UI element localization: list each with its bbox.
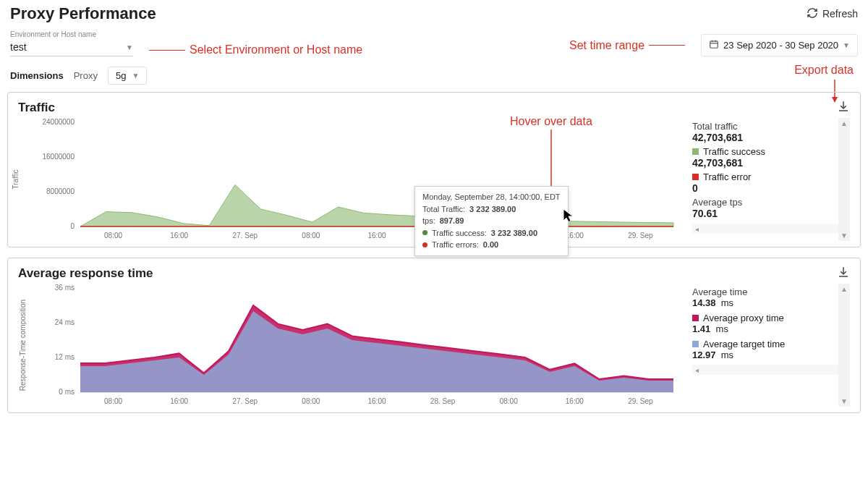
y-axis-title: Response-Time composition xyxy=(19,300,27,391)
svg-text:8000000: 8000000 xyxy=(46,187,75,195)
refresh-label: Refresh xyxy=(822,8,858,20)
vertical-scrollbar[interactable]: ▲▼ xyxy=(838,118,850,241)
caret-down-icon: ▼ xyxy=(132,72,139,80)
download-button[interactable] xyxy=(837,100,850,115)
svg-text:08:00: 08:00 xyxy=(302,397,320,405)
svg-text:16:00: 16:00 xyxy=(367,232,386,240)
download-icon xyxy=(837,100,850,113)
response-chart[interactable]: Response-Time composition 0 ms12 ms24 ms… xyxy=(18,284,684,407)
horizontal-scrollbar[interactable]: ◂▸ xyxy=(692,365,850,375)
traffic-panel: Traffic Traffic 080000001600000024000000… xyxy=(7,92,861,247)
svg-text:27. Sep: 27. Sep xyxy=(233,232,258,240)
svg-text:16:00: 16:00 xyxy=(170,232,188,240)
svg-text:16000000: 16000000 xyxy=(43,153,75,161)
annotation-export: Export data xyxy=(794,64,854,77)
traffic-side-panel: ▲▼ Total traffic 42,703,681 Traffic succ… xyxy=(691,118,850,241)
download-icon xyxy=(837,266,850,279)
page-title: Proxy Performance xyxy=(10,4,156,23)
env-select[interactable]: test ▼ xyxy=(10,40,133,56)
svg-text:08:00: 08:00 xyxy=(302,232,320,240)
svg-text:16:00: 16:00 xyxy=(566,232,584,240)
svg-text:24000000: 24000000 xyxy=(43,118,75,126)
svg-text:29. Sep: 29. Sep xyxy=(628,232,653,240)
y-axis-title: Traffic xyxy=(12,169,20,189)
annotation-env: Select Environment or Host name xyxy=(149,43,362,56)
svg-text:16:00: 16:00 xyxy=(367,397,386,405)
svg-text:08:00: 08:00 xyxy=(104,232,122,240)
svg-text:0 ms: 0 ms xyxy=(59,388,75,396)
refresh-button[interactable]: Refresh xyxy=(807,7,858,21)
svg-text:27. Sep: 27. Sep xyxy=(233,397,258,405)
date-range-picker[interactable]: 23 Sep 2020 - 30 Sep 2020 ▼ xyxy=(701,34,858,56)
svg-text:28. Sep: 28. Sep xyxy=(430,397,456,405)
response-side-panel: ▲▼ Average time 14.38 ms Average proxy t… xyxy=(691,284,850,407)
horizontal-scrollbar[interactable]: ◂▸ xyxy=(692,224,850,234)
response-panel-title: Average response time xyxy=(18,266,153,281)
proxy-select-value: 5g xyxy=(116,70,126,81)
calendar-icon xyxy=(709,39,719,51)
dimensions-label: Dimensions xyxy=(10,70,64,81)
annotation-date: Set time range xyxy=(569,39,685,52)
chart-tooltip: Monday, September 28, 14:00:00, EDT Tota… xyxy=(414,186,569,256)
dimensions-sublabel: Proxy xyxy=(74,70,98,81)
svg-text:29. Sep: 29. Sep xyxy=(628,397,653,405)
env-value: test xyxy=(10,41,27,53)
date-range-value: 23 Sep 2020 - 30 Sep 2020 xyxy=(723,40,838,51)
refresh-icon xyxy=(807,7,818,21)
svg-text:16:00: 16:00 xyxy=(566,397,584,405)
download-button[interactable] xyxy=(837,266,850,281)
traffic-chart[interactable]: Traffic 08000000160000002400000008:0016:… xyxy=(18,118,684,241)
traffic-panel-title: Traffic xyxy=(18,101,55,115)
svg-text:24 ms: 24 ms xyxy=(55,318,75,326)
svg-text:08:00: 08:00 xyxy=(104,397,122,405)
response-panel: Average response time Response-Time comp… xyxy=(7,258,861,413)
svg-text:08:00: 08:00 xyxy=(500,397,518,405)
svg-rect-0 xyxy=(710,41,718,48)
svg-text:16:00: 16:00 xyxy=(170,397,188,405)
svg-text:12 ms: 12 ms xyxy=(55,353,75,361)
env-field-label: Environment or Host name xyxy=(10,30,133,38)
svg-text:36 ms: 36 ms xyxy=(55,284,75,292)
proxy-select[interactable]: 5g ▼ xyxy=(108,67,147,85)
caret-down-icon: ▼ xyxy=(126,43,133,51)
vertical-scrollbar[interactable]: ▲▼ xyxy=(838,284,850,407)
caret-down-icon: ▼ xyxy=(843,41,850,49)
svg-text:0: 0 xyxy=(70,222,75,230)
